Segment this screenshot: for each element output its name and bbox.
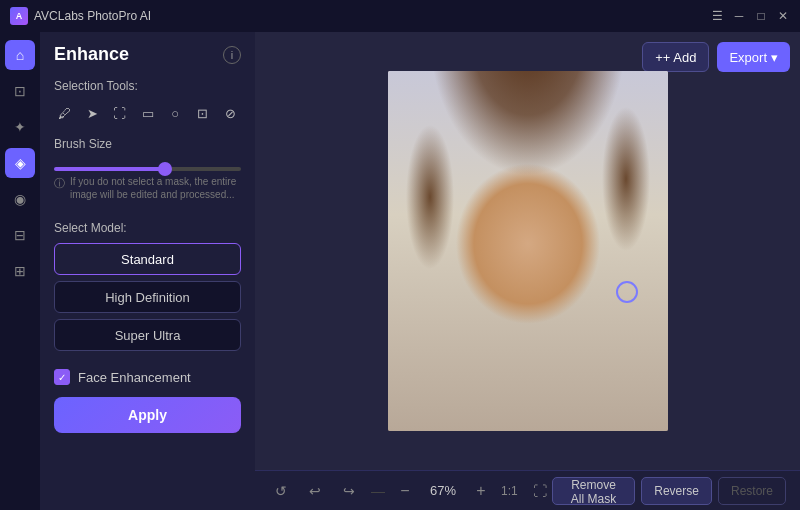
- sidebar-home-btn[interactable]: ⌂: [5, 40, 35, 70]
- undo-icon[interactable]: ↩: [303, 479, 327, 503]
- brush-size-slider[interactable]: [54, 167, 241, 171]
- panel: Enhance i Selection Tools: 🖊 ➤ ⛶ ▭ ○ ⊡ ⊘…: [40, 32, 255, 510]
- restore-button[interactable]: Restore: [718, 477, 786, 505]
- select-model-label: Select Model:: [54, 221, 241, 235]
- menu-button[interactable]: ☰: [710, 9, 724, 23]
- export-chevron-icon: ▾: [771, 50, 778, 65]
- model-standard-btn[interactable]: Standard: [54, 243, 241, 275]
- rotate-ccw-icon[interactable]: ↺: [269, 479, 293, 503]
- photo-placeholder: [388, 71, 668, 431]
- circle-tool-btn[interactable]: ○: [164, 101, 186, 125]
- reverse-button[interactable]: Reverse: [641, 477, 712, 505]
- title-bar-controls: ☰ ─ □ ✕: [710, 9, 790, 23]
- toolbar-right: Remove All Mask Reverse Restore: [552, 477, 786, 505]
- fit-screen-icon[interactable]: ⛶: [528, 479, 552, 503]
- zoom-minus-button[interactable]: −: [395, 481, 415, 501]
- erase-tool-btn[interactable]: ⊘: [219, 101, 241, 125]
- title-bar-left: A AVCLabs PhotoPro AI: [10, 7, 151, 25]
- pen-tool-btn[interactable]: 🖊: [54, 101, 76, 125]
- checkbox-check-icon: ✓: [58, 372, 66, 383]
- model-high-definition-btn[interactable]: High Definition: [54, 281, 241, 313]
- model-section: Select Model: Standard High Definition S…: [54, 221, 241, 357]
- sidebar-enhance-btn[interactable]: ◈: [5, 148, 35, 178]
- minimize-button[interactable]: ─: [732, 9, 746, 23]
- face-enhance-row: ✓ Face Enhancement: [54, 369, 241, 385]
- canvas-content: + + Add Export ▾: [255, 32, 800, 470]
- info-icon[interactable]: i: [223, 46, 241, 64]
- maximize-button[interactable]: □: [754, 9, 768, 23]
- redo-icon[interactable]: ↪: [337, 479, 361, 503]
- model-super-ultra-btn[interactable]: Super Ultra: [54, 319, 241, 351]
- icon-sidebar: ⌂ ⊡ ✦ ◈ ◉ ⊟ ⊞: [0, 32, 40, 510]
- portrait-overlay: [388, 71, 668, 431]
- apply-button[interactable]: Apply: [54, 397, 241, 433]
- zoom-value: 67%: [425, 483, 461, 498]
- bottom-toolbar: ↺ ↩ ↪ — − 67% + 1:1 ⛶ Remove All Mask Re…: [255, 470, 800, 510]
- panel-title: Enhance: [54, 44, 129, 65]
- arrow-tool-btn[interactable]: ➤: [82, 101, 104, 125]
- add-plus-icon: +: [655, 50, 663, 65]
- export-label: Export: [729, 50, 767, 65]
- image-container: [388, 71, 668, 431]
- zoom-1to1-button[interactable]: 1:1: [501, 484, 518, 498]
- brush-size-label: Brush Size: [54, 137, 241, 151]
- close-button[interactable]: ✕: [776, 9, 790, 23]
- app-icon: A: [10, 7, 28, 25]
- add-label: + Add: [663, 50, 697, 65]
- face-enhance-label: Face Enhancement: [78, 370, 191, 385]
- brush-hint-text: If you do not select a mask, the entire …: [70, 175, 241, 201]
- title-bar: A AVCLabs PhotoPro AI ☰ ─ □ ✕: [0, 0, 800, 32]
- brush-hint: ⓘ If you do not select a mask, the entir…: [54, 175, 241, 201]
- brush-section: Brush Size ⓘ If you do not select a mask…: [54, 137, 241, 201]
- canvas-area: + + Add Export ▾ ↺: [255, 32, 800, 510]
- app-title: AVCLabs PhotoPro AI: [34, 9, 151, 23]
- selection-tools-label: Selection Tools:: [54, 79, 241, 93]
- rectangle-tool-btn[interactable]: ▭: [137, 101, 159, 125]
- top-right-buttons: + + Add Export ▾: [642, 42, 790, 72]
- tool-row: 🖊 ➤ ⛶ ▭ ○ ⊡ ⊘: [54, 101, 241, 125]
- add-button[interactable]: + + Add: [642, 42, 709, 72]
- toolbar-left: ↺ ↩ ↪ — − 67% + 1:1 ⛶: [269, 479, 552, 503]
- hint-icon: ⓘ: [54, 176, 65, 190]
- face-enhance-checkbox[interactable]: ✓: [54, 369, 70, 385]
- sidebar-settings-btn[interactable]: ⊞: [5, 256, 35, 286]
- main-layout: ⌂ ⊡ ✦ ◈ ◉ ⊟ ⊞ Enhance i Selection Tools:…: [0, 32, 800, 510]
- sidebar-layers-btn[interactable]: ⊟: [5, 220, 35, 250]
- image-select-tool-btn[interactable]: ⊡: [192, 101, 214, 125]
- sidebar-effects-btn[interactable]: ◉: [5, 184, 35, 214]
- export-button[interactable]: Export ▾: [717, 42, 790, 72]
- cursor-circle: [616, 281, 638, 303]
- toolbar-divider: —: [371, 483, 385, 499]
- sidebar-magic-btn[interactable]: ✦: [5, 112, 35, 142]
- lasso-tool-btn[interactable]: ⛶: [109, 101, 131, 125]
- remove-all-mask-button[interactable]: Remove All Mask: [552, 477, 636, 505]
- sidebar-crop-btn[interactable]: ⊡: [5, 76, 35, 106]
- panel-header: Enhance i: [54, 44, 241, 65]
- zoom-plus-button[interactable]: +: [471, 481, 491, 501]
